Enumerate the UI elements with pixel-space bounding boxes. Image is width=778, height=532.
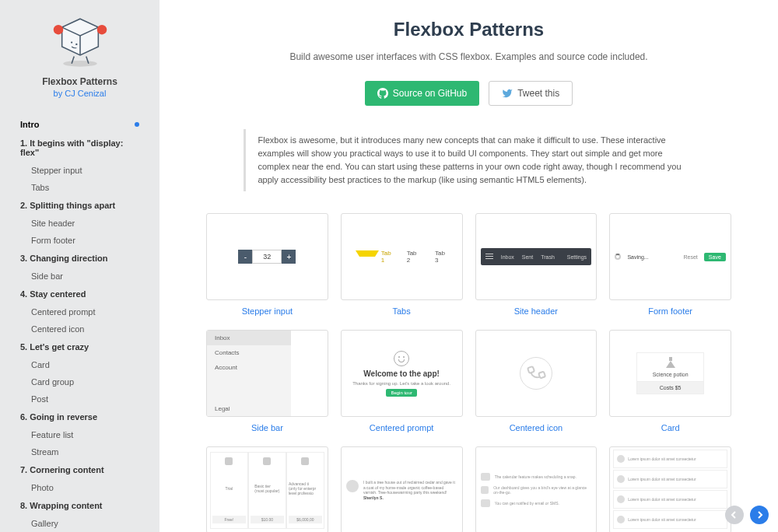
tweet-button-label: Tweet this: [517, 88, 559, 99]
pattern-thumbnail: I built a tree house out of reclaimed ce…: [341, 446, 463, 532]
page-title: Flexbox Patterns: [206, 19, 731, 40]
pattern-card[interactable]: Science potionCosts $5Card: [609, 330, 731, 432]
pattern-card[interactable]: InboxSentTrashSettingsSite header: [475, 213, 598, 316]
nav-item[interactable]: Stream: [0, 443, 159, 460]
nav-item[interactable]: Centered prompt: [0, 303, 159, 320]
svg-point-6: [96, 25, 106, 34]
pattern-card[interactable]: -32+Stepper input: [206, 213, 328, 316]
pattern-card-label: Form footer: [648, 306, 692, 316]
nav-item[interactable]: Card: [0, 356, 159, 373]
nav-item[interactable]: Tabs: [0, 179, 159, 196]
pattern-card[interactable]: Lorem ipsum dolor sit amet consecteturLo…: [609, 446, 731, 532]
pattern-thumbnail: Welcome to the app!Thanks for signing up…: [341, 330, 463, 417]
pattern-card[interactable]: InboxContactsAccountLegalSide bar: [206, 330, 328, 432]
pattern-card[interactable]: Centered icon: [475, 330, 598, 432]
author-link[interactable]: by CJ Cenizal: [54, 89, 107, 98]
nav-item[interactable]: Centered icon: [0, 320, 159, 338]
pattern-card-label: Card: [661, 423, 680, 432]
pattern-thumbnail: -32+: [206, 213, 328, 300]
pattern-thumbnail: [475, 330, 598, 417]
nav-section-header[interactable]: 5. Let's get crazy: [0, 338, 159, 356]
next-button[interactable]: [750, 506, 769, 524]
pattern-card-label: Stepper input: [242, 306, 293, 316]
pattern-card[interactable]: Tab 1Tab 2Tab 3Tabs: [341, 213, 463, 316]
chevron-left-icon: [731, 511, 738, 519]
twitter-icon: [502, 88, 513, 99]
pattern-card[interactable]: Saving...ResetSaveForm footer: [609, 213, 731, 316]
pattern-card[interactable]: Welcome to the app!Thanks for signing up…: [341, 330, 463, 432]
nav-section-header[interactable]: 7. Cornering content: [0, 460, 159, 479]
sidebar: Flexbox Patterns by CJ Cenizal Intro1. I…: [0, 0, 159, 532]
tweet-button[interactable]: Tweet this: [489, 81, 573, 106]
pattern-card-label: Centered prompt: [370, 423, 434, 432]
nav-item[interactable]: Form footer: [0, 232, 159, 249]
svg-point-0: [63, 61, 97, 67]
github-button-label: Source on GitHub: [393, 88, 467, 99]
pattern-card[interactable]: The calendar feature makes scheduling a …: [475, 446, 598, 532]
nav-section-header[interactable]: Intro: [0, 115, 159, 134]
pattern-grid: -32+Stepper inputTab 1Tab 2Tab 3TabsInbo…: [206, 213, 731, 532]
github-button[interactable]: Source on GitHub: [365, 81, 479, 106]
nav-section-header[interactable]: 4. Stay centered: [0, 285, 159, 303]
nav: Intro1. It begins with "display: flex"St…: [0, 109, 159, 532]
pager: [725, 506, 769, 524]
nav-item[interactable]: Gallery: [0, 515, 159, 532]
github-icon: [377, 88, 388, 99]
nav-section-header[interactable]: 8. Wrapping content: [0, 496, 159, 515]
pattern-thumbnail: Saving...ResetSave: [609, 213, 731, 300]
nav-section-header[interactable]: 3. Changing direction: [0, 249, 159, 268]
nav-item[interactable]: Card group: [0, 373, 159, 390]
pattern-thumbnail: Lorem ipsum dolor sit amet consecteturLo…: [609, 446, 731, 532]
pattern-thumbnail: The calendar feature makes scheduling a …: [475, 446, 598, 532]
pattern-card-label: Centered icon: [510, 423, 563, 432]
nav-item[interactable]: Site header: [0, 215, 159, 232]
pattern-thumbnail: InboxSentTrashSettings: [475, 213, 598, 300]
svg-point-5: [53, 25, 62, 34]
nav-item[interactable]: Photo: [0, 479, 159, 496]
prev-button[interactable]: [725, 506, 744, 524]
pattern-card-label: Site header: [514, 306, 558, 316]
main-content: Flexbox Patterns Build awesome user inte…: [159, 0, 778, 532]
pattern-card-label: Tabs: [393, 306, 411, 316]
nav-item[interactable]: Post: [0, 390, 159, 408]
mascot-icon: [49, 14, 111, 68]
active-dot-icon: [135, 122, 139, 127]
nav-item[interactable]: Feature list: [0, 426, 159, 443]
nav-section-header[interactable]: 2. Splitting things apart: [0, 196, 159, 215]
intro-text: Flexbox is awesome, but it introduces ma…: [244, 129, 695, 191]
nav-section-header[interactable]: 1. It begins with "display: flex": [0, 134, 159, 162]
site-title: Flexbox Patterns: [42, 76, 117, 87]
logo-area: Flexbox Patterns by CJ Cenizal: [0, 0, 159, 109]
pattern-card-label: Side bar: [251, 423, 283, 432]
pattern-thumbnail: Science potionCosts $5: [609, 330, 731, 417]
chevron-right-icon: [755, 511, 763, 519]
svg-point-4: [75, 44, 77, 45]
pattern-thumbnail: TrialFree! Basic tier(most popular)$10.0…: [206, 446, 328, 532]
svg-point-3: [70, 41, 72, 43]
pattern-thumbnail: InboxContactsAccountLegal: [206, 330, 328, 417]
pattern-card[interactable]: I built a tree house out of reclaimed ce…: [341, 446, 463, 532]
nav-item[interactable]: Stepper input: [0, 162, 159, 179]
page-subtitle: Build awesome user interfaces with CSS f…: [206, 50, 731, 64]
nav-section-header[interactable]: 6. Going in reverse: [0, 408, 159, 426]
pattern-thumbnail: Tab 1Tab 2Tab 3: [341, 213, 463, 300]
nav-item[interactable]: Side bar: [0, 268, 159, 285]
hero: Flexbox Patterns Build awesome user inte…: [206, 19, 731, 106]
pattern-card[interactable]: TrialFree! Basic tier(most popular)$10.0…: [206, 446, 328, 532]
